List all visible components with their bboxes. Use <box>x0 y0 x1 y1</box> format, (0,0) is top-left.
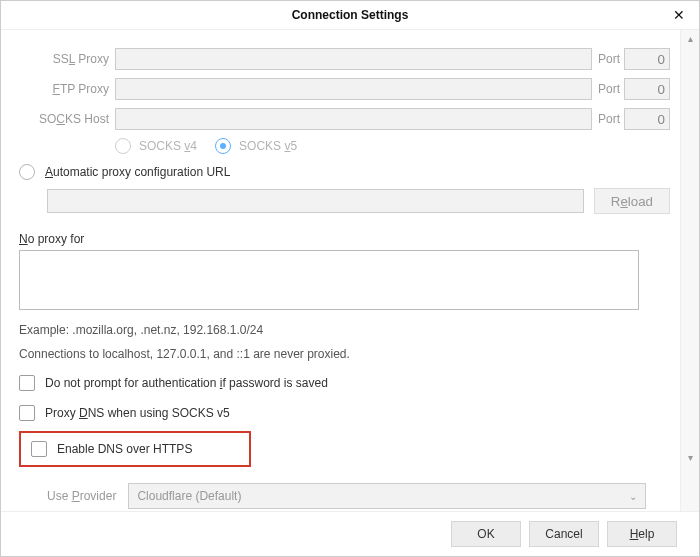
connection-settings-dialog: Connection Settings ✕ SSL Proxy Port FTP… <box>0 0 700 557</box>
no-proxy-textarea[interactable] <box>19 250 639 310</box>
ssl-proxy-host-input[interactable] <box>115 48 592 70</box>
reload-button[interactable]: Reload <box>594 188 670 214</box>
ftp-proxy-host-input[interactable] <box>115 78 592 100</box>
socks-port-label: Port <box>598 112 620 126</box>
chevron-down-icon: ⌄ <box>629 491 637 502</box>
cancel-button[interactable]: Cancel <box>529 521 599 547</box>
ssl-proxy-label: SSL Proxy <box>19 52 115 66</box>
auto-config-url-input[interactable] <box>47 189 584 213</box>
close-icon[interactable]: ✕ <box>665 1 693 29</box>
no-proxy-never: Connections to localhost, 127.0.0.1, and… <box>19 347 670 361</box>
provider-value: Cloudflare (Default) <box>137 489 241 503</box>
dialog-body: SSL Proxy Port FTP Proxy Port SOCKS Host… <box>1 30 699 511</box>
proxy-dns-row: Proxy DNS when using SOCKS v5 <box>19 405 670 421</box>
socks-v4-radio[interactable]: SOCKS v4 <box>115 138 197 154</box>
dialog-title: Connection Settings <box>292 8 409 22</box>
titlebar: Connection Settings ✕ <box>1 1 699 30</box>
auto-config-label: Automatic proxy configuration URL <box>45 165 230 179</box>
enable-doh-label: Enable DNS over HTTPS <box>57 442 192 456</box>
socks-host-label: SOCKS Host <box>19 112 115 126</box>
radio-icon <box>115 138 131 154</box>
no-prompt-auth-row: Do not prompt for authentication if pass… <box>19 375 670 391</box>
radio-icon <box>19 164 35 180</box>
radio-icon <box>215 138 231 154</box>
socks-v5-label: SOCKS v5 <box>239 139 297 153</box>
socks-host-row: SOCKS Host Port <box>19 108 670 130</box>
no-prompt-auth-label: Do not prompt for authentication if pass… <box>45 376 328 390</box>
enable-doh-row: Enable DNS over HTTPS <box>31 441 239 457</box>
socks-port-input[interactable] <box>624 108 670 130</box>
ssl-port-label: Port <box>598 52 620 66</box>
proxy-dns-label: Proxy DNS when using SOCKS v5 <box>45 406 230 420</box>
ftp-proxy-label: FTP Proxy <box>19 82 115 96</box>
provider-row: Use Provider Cloudflare (Default) ⌄ <box>19 483 670 509</box>
no-proxy-example: Example: .mozilla.org, .net.nz, 192.168.… <box>19 323 670 337</box>
socks-v4-label: SOCKS v4 <box>139 139 197 153</box>
provider-select[interactable]: Cloudflare (Default) ⌄ <box>128 483 646 509</box>
scroll-down-icon[interactable]: ▾ <box>683 451 697 465</box>
socks-version-row: SOCKS v4 SOCKS v5 <box>19 138 670 154</box>
enable-doh-checkbox[interactable] <box>31 441 47 457</box>
provider-label: Use Provider <box>47 489 116 503</box>
ssl-proxy-row: SSL Proxy Port <box>19 48 670 70</box>
no-prompt-auth-checkbox[interactable] <box>19 375 35 391</box>
ftp-proxy-row: FTP Proxy Port <box>19 78 670 100</box>
scroll-up-icon[interactable]: ▴ <box>683 32 697 46</box>
ftp-proxy-port-input[interactable] <box>624 78 670 100</box>
help-button[interactable]: Help <box>607 521 677 547</box>
proxy-dns-checkbox[interactable] <box>19 405 35 421</box>
auto-config-radio[interactable]: Automatic proxy configuration URL <box>19 164 670 180</box>
dialog-footer: OK Cancel Help <box>1 511 699 556</box>
ftp-port-label: Port <box>598 82 620 96</box>
auto-config-url-row: Reload <box>19 188 670 214</box>
vertical-scrollbar[interactable]: ▴ ▾ <box>680 30 699 511</box>
ssl-proxy-port-input[interactable] <box>624 48 670 70</box>
no-proxy-label: No proxy for <box>19 232 670 246</box>
socks-v5-radio[interactable]: SOCKS v5 <box>215 138 297 154</box>
content-area: SSL Proxy Port FTP Proxy Port SOCKS Host… <box>1 30 680 511</box>
ok-button[interactable]: OK <box>451 521 521 547</box>
enable-doh-highlight: Enable DNS over HTTPS <box>19 431 251 467</box>
socks-host-input[interactable] <box>115 108 592 130</box>
